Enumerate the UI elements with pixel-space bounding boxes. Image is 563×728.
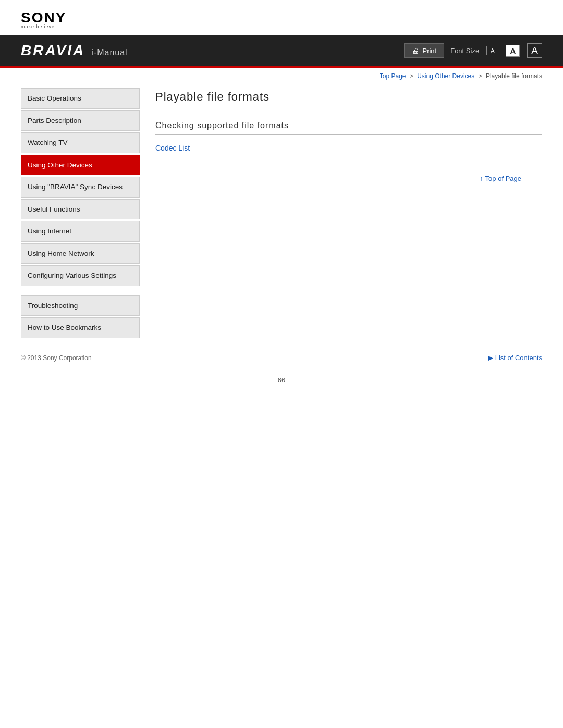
top-bar-left: BRAVIA i-Manual	[21, 42, 128, 59]
sidebar: Basic Operations Parts Description Watch…	[21, 88, 140, 348]
sidebar-item-configuring-various[interactable]: Configuring Various Settings	[21, 265, 140, 286]
top-bar-right: 🖨 Print Font Size A A A	[404, 43, 542, 58]
top-of-page-label: Top of Page	[485, 175, 521, 182]
breadcrumb-current: Playable file formats	[486, 72, 542, 80]
breadcrumb-top-page[interactable]: Top Page	[380, 72, 406, 80]
main-layout: Basic Operations Parts Description Watch…	[0, 88, 563, 348]
sony-logo: SONY make.believe	[21, 9, 66, 29]
sidebar-item-watching-tv[interactable]: Watching TV	[21, 132, 140, 153]
font-size-medium-button[interactable]: A	[506, 45, 520, 57]
sidebar-item-bookmarks[interactable]: How to Use Bookmarks	[21, 317, 140, 338]
font-size-large-button[interactable]: A	[527, 43, 542, 58]
sidebar-item-troubleshooting[interactable]: Troubleshooting	[21, 295, 140, 316]
print-button[interactable]: 🖨 Print	[404, 43, 444, 58]
sidebar-item-using-home-network[interactable]: Using Home Network	[21, 243, 140, 264]
top-bar: BRAVIA i-Manual 🖨 Print Font Size A A A	[0, 35, 563, 66]
breadcrumb-sep2: >	[479, 72, 482, 80]
print-icon: 🖨	[412, 46, 419, 55]
top-of-page-link[interactable]: ↑ Top of Page	[480, 175, 521, 182]
lower-space	[0, 389, 563, 598]
sony-brand: SONY	[21, 9, 66, 26]
sidebar-item-using-bravia-sync[interactable]: Using "BRAVIA" Sync Devices	[21, 177, 140, 198]
bravia-title: BRAVIA	[21, 42, 85, 59]
sidebar-item-using-internet[interactable]: Using Internet	[21, 221, 140, 242]
page-number: 66	[0, 366, 563, 389]
logo-area: SONY make.believe	[0, 0, 563, 35]
sidebar-group-main: Basic Operations Parts Description Watch…	[21, 88, 140, 286]
breadcrumb-sep1: >	[410, 72, 413, 80]
up-arrow-icon: ↑	[480, 175, 483, 182]
font-size-label: Font Size	[450, 47, 479, 55]
sidebar-item-parts-description[interactable]: Parts Description	[21, 110, 140, 131]
sidebar-item-using-other-devices[interactable]: Using Other Devices	[21, 155, 140, 176]
copyright-text: © 2013 Sony Corporation	[21, 354, 92, 362]
page-footer: ↑ Top of Page	[155, 174, 542, 188]
sidebar-item-useful-functions[interactable]: Useful Functions	[21, 199, 140, 220]
breadcrumb: Top Page > Using Other Devices > Playabl…	[0, 68, 563, 84]
font-size-small-button[interactable]: A	[486, 46, 498, 55]
bottom-bar: © 2013 Sony Corporation ▶ List of Conten…	[0, 350, 563, 366]
page-title: Playable file formats	[155, 90, 542, 109]
breadcrumb-using-other-devices[interactable]: Using Other Devices	[417, 72, 474, 80]
print-label: Print	[422, 47, 436, 55]
section-title: Checking supported file formats	[155, 121, 542, 135]
list-of-contents-link[interactable]: ▶ List of Contents	[488, 354, 542, 362]
sidebar-group-secondary: Troubleshooting How to Use Bookmarks	[21, 295, 140, 338]
imanual-text: i-Manual	[91, 48, 127, 57]
sidebar-item-basic-operations[interactable]: Basic Operations	[21, 88, 140, 109]
list-of-contents-label: List of Contents	[495, 354, 542, 362]
right-arrow-icon: ▶	[488, 354, 493, 362]
main-content: Playable file formats Checking supported…	[155, 88, 563, 348]
codec-list-link[interactable]: Codec List	[155, 144, 190, 152]
